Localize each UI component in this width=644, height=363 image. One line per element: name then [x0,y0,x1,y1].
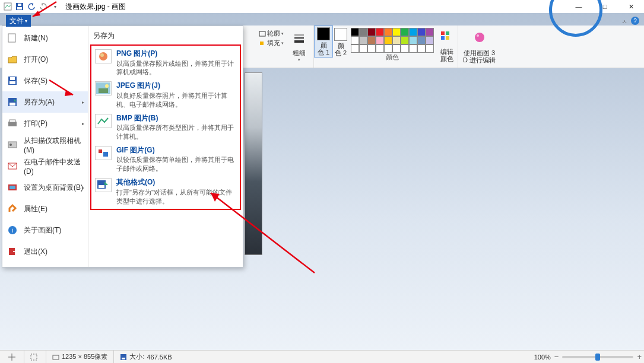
palette-swatch[interactable] [401,44,409,53]
palette-swatch[interactable] [392,44,401,53]
format-icon [95,146,112,160]
palette-swatch[interactable] [426,28,434,36]
menu-item-label: 打印(P) [24,119,47,129]
svg-rect-38 [99,149,102,153]
palette-swatch[interactable] [417,36,426,44]
palette-swatch[interactable] [351,44,359,53]
svg-rect-17 [10,77,15,80]
saveas-format-item[interactable]: BMP 图片(B)以高质量保存所有类型图片，并将其用于计算机。 [91,112,240,144]
file-menu-item[interactable]: 属性(E) [2,198,88,219]
svg-rect-2 [17,7,22,9]
submenu-arrow-icon: ▸ [82,121,84,126]
svg-rect-10 [441,36,445,40]
file-menu-item[interactable]: 设置为桌面背景(B)▸ [2,177,88,198]
redo-icon[interactable] [38,1,49,12]
file-menu-item[interactable]: 打印(P)▸ [2,113,88,134]
close-button[interactable]: ✕ [618,0,644,13]
paint3d-button[interactable]: 使用画图 3 D 进行编辑 [462,27,497,63]
svg-rect-50 [31,354,37,360]
palette-swatch[interactable] [359,44,367,53]
svg-rect-53 [122,358,125,359]
file-tab[interactable]: 文件▾ [6,15,31,27]
status-bar: 1235 × 855像素 大小: 467.5KB 100% − + [0,350,644,363]
help-icon[interactable]: ? [631,17,639,25]
file-menu-item[interactable]: 另存为(A)▸ [2,91,88,113]
file-menu: 新建(N)打开(O)保存(S)另存为(A)▸打印(P)▸从扫描仪或照相机(M)在… [2,26,243,268]
menu-item-icon [6,53,19,66]
zoom-in-button[interactable]: + [637,352,642,361]
palette-swatch[interactable] [384,28,392,36]
palette-swatch[interactable] [351,36,359,44]
palette-swatch[interactable] [367,28,376,36]
edit-colors-button[interactable]: 编辑 颜色 [436,26,458,62]
svg-rect-41 [99,185,104,188]
palette-swatch[interactable] [426,44,434,53]
file-menu-item[interactable]: 退出(X) [2,241,88,262]
color1-button[interactable]: 颜 色 1 [314,26,333,58]
svg-point-12 [475,33,484,42]
menu-item-label: 关于画图(T) [24,225,61,235]
file-menu-item[interactable]: i关于画图(T) [2,219,88,241]
format-icon [95,81,112,95]
format-desc: 以高质量保存所有类型图片，并将其用于计算机。 [116,123,236,141]
color2-button[interactable]: 颜 色 2 [333,26,348,56]
palette-swatch[interactable] [384,44,392,53]
thickness-button[interactable]: 粗细 ▾ [288,27,310,62]
file-menu-item[interactable]: 从扫描仪或照相机(M) [2,134,88,155]
palette-swatch[interactable] [359,36,367,44]
palette-swatch[interactable] [351,28,359,36]
collapse-ribbon-icon[interactable]: ㅅ [621,18,627,26]
zoom-level: 100% [534,354,551,361]
palette-swatch[interactable] [409,36,417,44]
saveas-format-item[interactable]: PNG 图片(P)以高质量保存照片或绘图，并将其用于计算机或网络。 [91,47,240,79]
palette-swatch[interactable] [401,36,409,44]
palette-swatch[interactable] [359,28,367,36]
outline-dropdown[interactable]: 轮廓▾ [259,29,284,38]
svg-rect-26 [9,186,15,189]
disk-icon [120,354,127,361]
menu-item-icon [6,245,19,258]
saveas-format-item[interactable]: JPEG 图片(J)以良好质量保存照片，并将其用于计算机、电子邮件或网络。 [91,79,240,111]
svg-rect-3 [18,4,21,6]
svg-rect-8 [441,31,445,35]
palette-swatch[interactable] [367,44,376,53]
zoom-slider[interactable] [562,356,633,358]
svg-text:i: i [12,227,13,234]
format-title: GIF 图片(G) [116,146,236,155]
color-palette[interactable] [348,26,436,53]
palette-swatch[interactable] [426,36,434,44]
fill-dropdown[interactable]: 填充▾ [259,39,284,47]
crosshair-icon [8,354,15,361]
palette-swatch[interactable] [376,44,384,53]
palette-swatch[interactable] [409,44,417,53]
save-icon[interactable] [14,1,25,12]
file-menu-item[interactable]: 在电子邮件中发送(D) [2,155,88,177]
submenu-header: 另存为 [88,28,243,44]
svg-rect-11 [446,36,449,40]
file-menu-item[interactable]: 新建(N) [2,27,88,49]
palette-swatch[interactable] [417,28,426,36]
qat-dropdown-icon[interactable]: ▾ [50,1,61,12]
palette-swatch[interactable] [367,36,376,44]
zoom-out-button[interactable]: − [554,352,559,361]
palette-swatch[interactable] [376,36,384,44]
palette-swatch[interactable] [401,28,409,36]
svg-rect-16 [9,81,15,84]
canvas-content[interactable] [245,72,262,255]
palette-swatch[interactable] [392,28,401,36]
menu-item-icon: i [6,224,19,237]
saveas-format-item[interactable]: GIF 图片(G)以较低质量保存简单绘图，并将其用于电子邮件或网络。 [91,144,240,176]
file-menu-item[interactable]: 保存(S) [2,70,88,91]
palette-swatch[interactable] [376,28,384,36]
undo-icon[interactable] [26,1,37,12]
palette-swatch[interactable] [417,44,426,53]
svg-rect-39 [103,152,108,157]
dimensions-icon [52,354,59,361]
selection-size [24,351,46,363]
palette-swatch[interactable] [392,36,401,44]
file-menu-item[interactable]: 打开(O) [2,49,88,70]
format-title: BMP 图片(B) [116,114,236,123]
saveas-format-item[interactable]: 其他格式(O)打开"另存为"对话框，从所有可能的文件类型中进行选择。 [91,176,240,208]
palette-swatch[interactable] [409,28,417,36]
palette-swatch[interactable] [384,36,392,44]
